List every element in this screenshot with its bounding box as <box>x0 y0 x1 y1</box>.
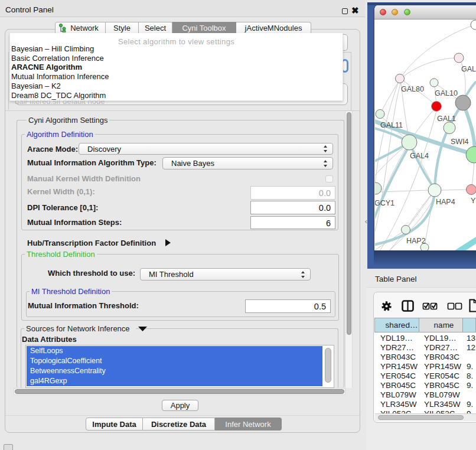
svg-text:SWI4: SWI4 <box>451 138 469 146</box>
svg-text:GCY1: GCY1 <box>375 199 395 207</box>
svg-text:GAL11: GAL11 <box>380 121 403 129</box>
svg-text:GAL80: GAL80 <box>401 85 424 93</box>
svg-text:HAP2: HAP2 <box>406 237 426 245</box>
svg-text:GAL4: GAL4 <box>410 152 429 160</box>
svg-text:HAP4: HAP4 <box>436 198 455 206</box>
svg-text:GAL10: GAL10 <box>435 89 458 97</box>
svg-text:GAL1: GAL1 <box>437 115 456 123</box>
svg-text:Y: Y <box>471 197 476 205</box>
svg-text:GAL7: GAL7 <box>461 65 476 73</box>
